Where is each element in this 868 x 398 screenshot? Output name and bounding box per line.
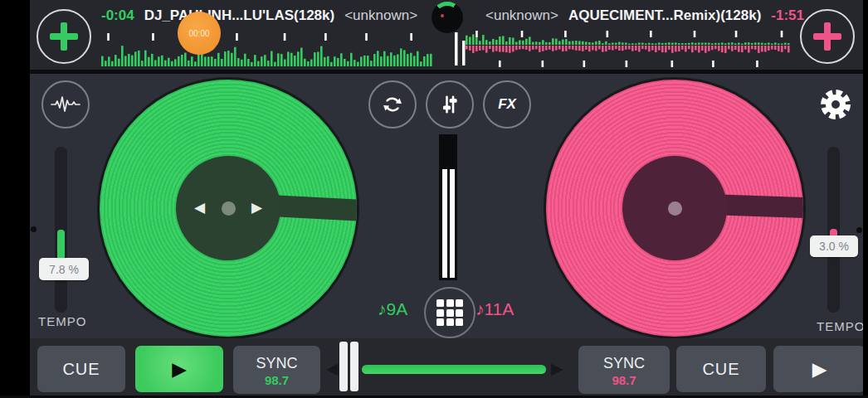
deck-b-tempo-label: TEMPO: [817, 319, 865, 333]
dj-app-screen: -0:04 DJ_PAULINH...LU'LAS(128k) <unknown…: [0, 0, 868, 398]
plus-icon: [813, 22, 841, 51]
cue-label: CUE: [702, 360, 739, 379]
deck-b-play-button[interactable]: ▶: [773, 346, 866, 392]
deck-b-record-label: [622, 156, 727, 260]
deck-b-sync-bpm: 98.7: [612, 373, 636, 387]
deck-b-tempo-text: 3.0 %: [819, 240, 849, 253]
spindle-dot: [668, 201, 682, 216]
tempo-detent-dot: [31, 226, 37, 232]
cue-point-time: 00:00: [188, 29, 209, 38]
crossfader-handle[interactable]: [339, 342, 358, 391]
deck-a-track-info: -0:04 DJ_PAULINH...LU'LAS(128k) <unknown…: [101, 7, 417, 25]
deck-a-time-remaining: -0:04: [101, 7, 134, 24]
sync-label: SYNC: [603, 355, 645, 372]
load-track-deck-a-button[interactable]: [37, 9, 91, 64]
deck-b-cue-button[interactable]: CUE: [676, 346, 766, 392]
deck-a-play-button[interactable]: ▶: [135, 346, 223, 392]
seek-back-icon[interactable]: ◀: [194, 197, 205, 219]
pulse-waveform-icon: [50, 94, 81, 115]
cue-point-marker[interactable]: 00:00: [178, 12, 221, 55]
deck-a-tempo-value[interactable]: 7.8 %: [39, 258, 89, 280]
grid-icon: [436, 299, 463, 326]
play-icon: ▶: [812, 358, 827, 381]
deck-a-jog-wheel[interactable]: ◀ ▶: [97, 77, 359, 339]
deck-a-waveform[interactable]: [100, 33, 433, 66]
deck-b-key-badge: ♪11A: [475, 299, 514, 319]
deck-b-track-artist: <unknown>: [485, 7, 558, 24]
deck-b-waveform[interactable]: [452, 31, 792, 67]
settings-button[interactable]: [811, 80, 861, 129]
deck-b-track-info: <unknown> AQUECIMENT...Remix)(128k) -1:5…: [485, 7, 804, 25]
mixer-button[interactable]: [426, 80, 474, 129]
sampler-grid-button[interactable]: [424, 287, 475, 338]
crossfader-right-arrow-icon: ▶: [551, 361, 563, 377]
loop-button[interactable]: [368, 80, 417, 129]
deck-b-time-remaining: -1:51: [771, 7, 804, 24]
screen-edge: [863, 0, 868, 398]
screen-edge: [0, 0, 30, 398]
deck-a-tempo-text: 7.8 %: [49, 263, 79, 276]
sync-label: SYNC: [256, 355, 297, 372]
deck-a-track-artist: <unknown>: [344, 7, 417, 24]
deck-b-sync-button[interactable]: SYNC 98.7: [578, 346, 670, 394]
record-knob[interactable]: [432, 2, 463, 33]
divider: [0, 70, 868, 74]
seek-forward-icon[interactable]: ▶: [251, 197, 262, 219]
spindle-dot: [222, 201, 236, 216]
gear-icon: [817, 86, 854, 123]
deck-b-track-title: AQUECIMENT...Remix)(128k): [568, 7, 761, 24]
deck-b-tempo-value[interactable]: 3.0 %: [810, 235, 858, 257]
fx-button[interactable]: FX: [483, 80, 531, 129]
deck-b-jog-wheel[interactable]: [544, 77, 806, 339]
deck-a-sync-button[interactable]: SYNC 98.7: [233, 346, 320, 394]
deck-a-tempo-fill: [57, 230, 65, 261]
autogain-button[interactable]: [41, 80, 90, 129]
mixer-faders-icon: [437, 92, 462, 117]
tempo-detent-dot: [856, 227, 862, 233]
deck-a-key-badge: ♪9A: [378, 299, 407, 319]
loop-arrows-icon: [380, 92, 405, 117]
deck-a-cue-button[interactable]: CUE: [37, 346, 125, 392]
cue-label: CUE: [62, 360, 100, 379]
deck-a-track-title: DJ_PAULINH...LU'LAS(128k): [144, 7, 335, 24]
plus-icon: [50, 22, 78, 51]
play-icon: ▶: [172, 358, 187, 381]
fx-label: FX: [498, 96, 516, 113]
load-track-deck-b-button[interactable]: [800, 9, 855, 64]
master-level-meter: [439, 134, 457, 280]
crossfader-left-arrow-icon: ◀: [326, 361, 339, 377]
crossfader-track[interactable]: [362, 365, 546, 374]
deck-a-tempo-label: TEMPO: [38, 314, 86, 328]
deck-a-sync-bpm: 98.7: [265, 373, 289, 387]
deck-a-record-label: ◀ ▶: [176, 156, 280, 260]
